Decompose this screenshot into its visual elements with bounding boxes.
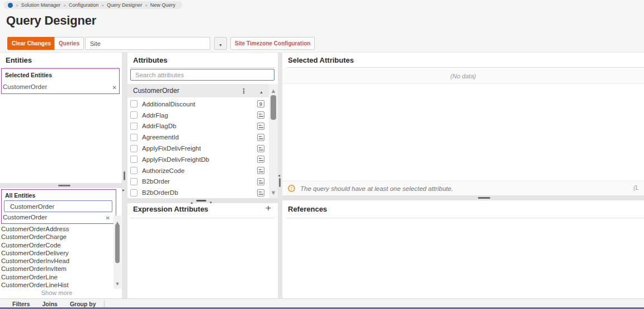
expand-right-icon[interactable] [122,184,125,194]
splitter-grip[interactable] [196,200,206,202]
bottom-tab[interactable]: Group by [70,301,96,307]
attributes-title-divider [130,67,274,68]
selected-entity-name: CustomerOrder [3,83,47,90]
all-entities-selected-row[interactable]: CustomerOrder [3,212,110,222]
scrollbar-thumb[interactable] [271,95,276,120]
clear-changes-button[interactable]: Clear Changes [7,37,55,50]
attribute-type-icon [257,156,264,163]
site-timezone-configuration-button[interactable]: Site Timezone Configuration [230,37,315,50]
attributes-list: AdditionalDiscount AddrFlag AddrFlagDb A… [127,99,269,198]
entity-list-item[interactable]: CustomerOrderLine [1,273,112,281]
entities-attributes-splitter[interactable] [122,53,127,298]
attribute-row[interactable]: B2bOrder [127,176,269,188]
selected-entities-box: Selected Entities CustomerOrder [1,68,120,94]
attribute-row[interactable]: ApplyFixDelivFreightDb [127,154,269,165]
attribute-type-icon [257,189,264,196]
left-horizontal-splitter[interactable] [0,183,122,188]
attributes-scrollbar[interactable] [269,84,278,198]
attribute-name: AuthorizeCode [142,167,184,174]
all-entities-label: All Entities [5,192,35,199]
home-icon[interactable] [8,3,13,8]
scroll-up-icon[interactable] [269,85,278,95]
attributes-panel-title: Attributes [133,56,167,64]
attribute-checkbox[interactable] [130,178,138,185]
attribute-checkbox[interactable] [130,189,138,196]
entity-list-item[interactable]: CustomerOrderCode [1,241,112,249]
attribute-group-header[interactable]: CustomerOrder [127,84,269,97]
entity-list-item[interactable]: CustomerOrderLineHist [1,281,112,289]
entity-list-item[interactable]: CustomerOrderInvHead [1,257,112,265]
deselect-entity-icon[interactable] [106,212,110,222]
attribute-checkbox[interactable] [130,111,138,119]
attribute-checkbox[interactable] [130,145,138,152]
splitter-handle[interactable] [279,178,281,187]
entity-list-item[interactable]: CustomerOrderAddress [1,225,112,233]
attribute-name: ApplyFixDelivFreight [142,145,201,152]
splitter-handle[interactable] [124,171,125,180]
all-entities-filter-input[interactable] [4,200,112,212]
references-panel-title: References [288,205,327,213]
warning-icon [288,185,295,192]
attribute-name: B2bOrderDb [142,189,178,196]
breadcrumb-item[interactable]: Configuration [69,2,99,8]
expression-attributes-divider [130,218,274,218]
attribute-checkbox[interactable] [130,123,138,130]
kebab-menu-icon[interactable] [240,86,247,96]
site-combobox[interactable] [85,37,210,50]
queries-button[interactable]: Queries [54,37,84,50]
attribute-name: AgreementId [142,134,179,141]
attribute-row[interactable]: AddrFlag [127,110,269,121]
attributes-search-input[interactable] [130,69,274,81]
scrollbar-thumb[interactable] [115,224,120,263]
attribute-name: AddrFlag [142,112,168,119]
attribute-type-icon [257,123,264,130]
attribute-row[interactable]: AddrFlagDb [127,121,269,132]
bottom-tab[interactable]: Joins [42,301,58,307]
breadcrumb-separator-icon: > [101,3,104,8]
bottom-tab[interactable]: Filters [12,301,30,307]
selected-entity-row[interactable]: CustomerOrder [3,82,117,92]
breadcrumb-separator-icon: > [145,3,148,8]
attribute-type-icon [257,167,264,174]
splitter-handle[interactable] [190,198,212,203]
attribute-checkbox[interactable] [130,156,138,163]
breadcrumb-item[interactable]: Query Designer [107,2,142,8]
attribute-row[interactable]: B2bOrderDb [127,187,269,198]
attribute-checkbox[interactable] [130,100,138,107]
validation-warning-row: The query should have at least one selec… [282,181,644,195]
splitter-handle[interactable] [478,197,490,199]
attribute-row[interactable]: AuthorizeCode [127,165,269,176]
right-horizontal-splitter[interactable] [282,195,644,200]
scroll-down-icon[interactable] [269,187,278,197]
selected-attributes-title: Selected Attributes [288,56,354,64]
collapse-up-icon[interactable] [190,196,193,206]
breadcrumb-item[interactable]: New Query [150,2,176,8]
site-combobox-dropdown-button[interactable] [214,37,227,50]
clipped-status-text: (L [633,184,639,191]
remove-entity-icon[interactable] [112,82,117,92]
selected-attributes-empty-row: (No data) [282,69,644,84]
entities-scrollbar[interactable] [113,216,121,289]
warning-message: The query should have at least one selec… [300,185,453,192]
query-designer-app: > Solution Manager > Configuration > Que… [0,0,644,309]
collapse-up-icon[interactable] [259,86,263,96]
entity-list-item[interactable]: CustomerOrderCharge [1,233,112,241]
attribute-checkbox[interactable] [130,134,138,141]
breadcrumb-item[interactable]: Solution Manager [21,2,61,8]
add-expression-attribute-button[interactable]: + [263,203,274,214]
all-entities-list: CustomerOrderAddress CustomerOrderCharge… [1,225,112,289]
attribute-type-icon [257,100,264,107]
splitter-handle[interactable] [58,185,70,186]
breadcrumb-items: > Solution Manager > Configuration > Que… [16,2,176,8]
entity-list-item[interactable]: CustomerOrderDelivery [1,249,112,257]
attributes-selected-splitter[interactable] [278,53,282,298]
attribute-row[interactable]: ApplyFixDelivFreight [127,143,269,154]
tab-separator [104,301,105,307]
attribute-checkbox[interactable] [130,167,138,174]
scroll-down-icon[interactable] [113,278,121,288]
entity-list-item[interactable]: CustomerOrderInvItem [1,265,112,273]
attribute-row[interactable]: AgreementId [127,132,269,143]
attribute-row[interactable]: AdditionalDiscount [127,99,269,110]
collapse-down-icon[interactable] [209,196,212,206]
show-more-link[interactable]: Show more [0,289,113,296]
